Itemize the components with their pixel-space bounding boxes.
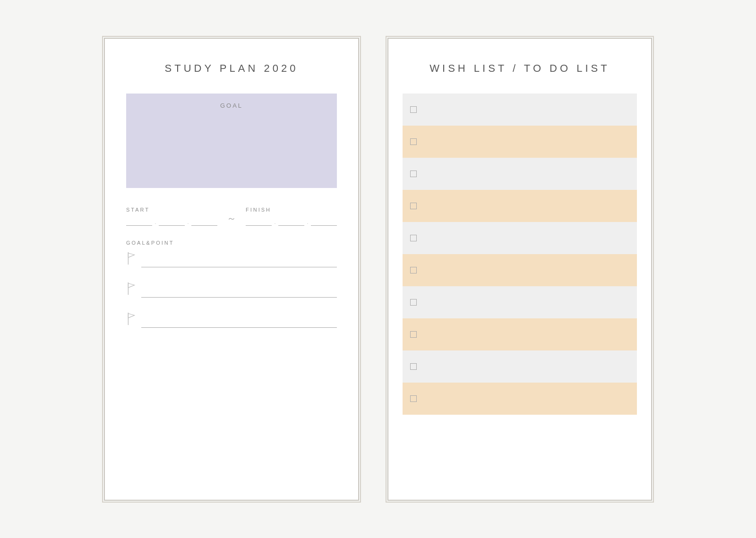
wishlist-title: WISH LIST / TO DO LIST bbox=[403, 62, 637, 75]
checkbox-4[interactable] bbox=[410, 203, 417, 209]
goal-box: GOAL bbox=[126, 94, 337, 188]
point-item-1 bbox=[126, 251, 337, 267]
point-item-3 bbox=[126, 312, 337, 328]
checklist-item-2[interactable] bbox=[403, 126, 637, 158]
checkbox-9[interactable] bbox=[410, 363, 417, 370]
point-line-1[interactable] bbox=[141, 253, 337, 267]
start-day[interactable] bbox=[191, 215, 217, 226]
point-line-2[interactable] bbox=[141, 283, 337, 298]
point-item-2 bbox=[126, 282, 337, 298]
checkbox-1[interactable] bbox=[410, 106, 417, 113]
goal-point-section: GOAL&POINT bbox=[126, 240, 337, 328]
point-line-3[interactable] bbox=[141, 314, 337, 328]
study-plan-card: STUDY PLAN 2020 GOAL START . . ～ FINISH bbox=[104, 38, 359, 501]
checkbox-5[interactable] bbox=[410, 235, 417, 241]
checklist-item-6[interactable] bbox=[403, 254, 637, 286]
finish-day[interactable] bbox=[311, 215, 337, 226]
wishlist-card: WISH LIST / TO DO LIST bbox=[387, 38, 652, 501]
checklist-item-9[interactable] bbox=[403, 350, 637, 383]
checklist-container bbox=[403, 94, 637, 415]
start-sep1: . bbox=[154, 220, 157, 225]
checklist-item-3[interactable] bbox=[403, 158, 637, 190]
start-label: START bbox=[126, 207, 217, 213]
flag-icon-2 bbox=[126, 282, 136, 296]
checklist-item-10[interactable] bbox=[403, 383, 637, 415]
checkbox-3[interactable] bbox=[410, 171, 417, 177]
checkbox-8[interactable] bbox=[410, 331, 417, 338]
start-section: START . . bbox=[126, 207, 217, 226]
date-tilde: ～ bbox=[217, 212, 246, 225]
checkbox-6[interactable] bbox=[410, 267, 417, 273]
finish-year[interactable] bbox=[246, 215, 272, 226]
finish-month[interactable] bbox=[278, 215, 304, 226]
finish-section: FINISH . . bbox=[246, 207, 337, 226]
page-container: STUDY PLAN 2020 GOAL START . . ～ FINISH bbox=[85, 19, 671, 520]
finish-sep2: . bbox=[306, 220, 309, 225]
study-plan-title: STUDY PLAN 2020 bbox=[126, 62, 337, 75]
goal-label: GOAL bbox=[220, 102, 243, 109]
checklist-item-8[interactable] bbox=[403, 318, 637, 350]
checklist-item-1[interactable] bbox=[403, 94, 637, 126]
goal-point-label: GOAL&POINT bbox=[126, 240, 337, 246]
finish-label: FINISH bbox=[246, 207, 337, 213]
checkbox-7[interactable] bbox=[410, 299, 417, 306]
checkbox-10[interactable] bbox=[410, 395, 417, 402]
start-year[interactable] bbox=[126, 215, 152, 226]
checkbox-2[interactable] bbox=[410, 138, 417, 145]
checklist-item-7[interactable] bbox=[403, 286, 637, 318]
date-row: START . . ～ FINISH . . bbox=[126, 207, 337, 226]
start-month[interactable] bbox=[159, 215, 185, 226]
start-sep2: . bbox=[187, 220, 190, 225]
finish-sep1: . bbox=[274, 220, 277, 225]
flag-icon-3 bbox=[126, 312, 136, 326]
flag-icon-1 bbox=[126, 251, 136, 265]
checklist-item-5[interactable] bbox=[403, 222, 637, 254]
checklist-item-4[interactable] bbox=[403, 190, 637, 222]
